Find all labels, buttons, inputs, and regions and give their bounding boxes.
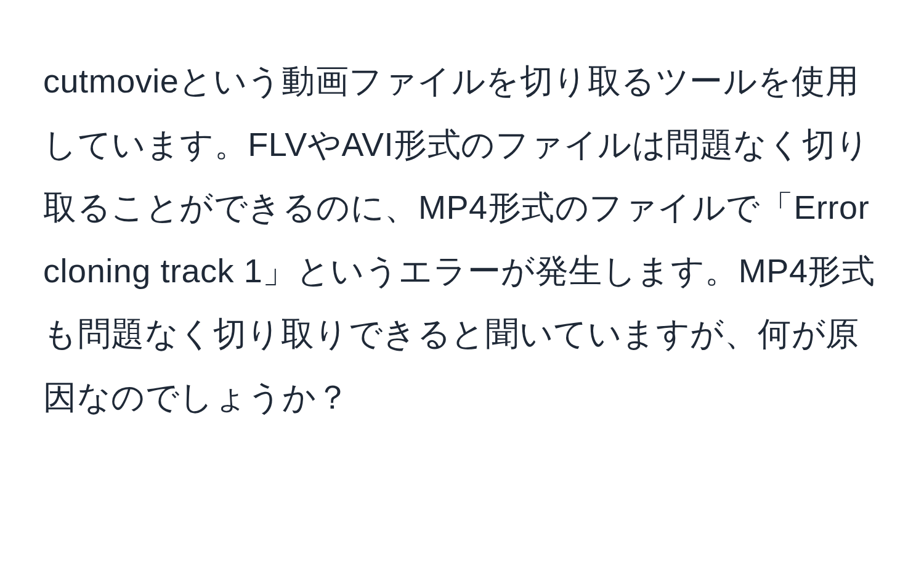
question-paragraph: cutmovieという動画ファイルを切り取るツールを使用しています。FLVやAV… xyxy=(43,49,881,429)
